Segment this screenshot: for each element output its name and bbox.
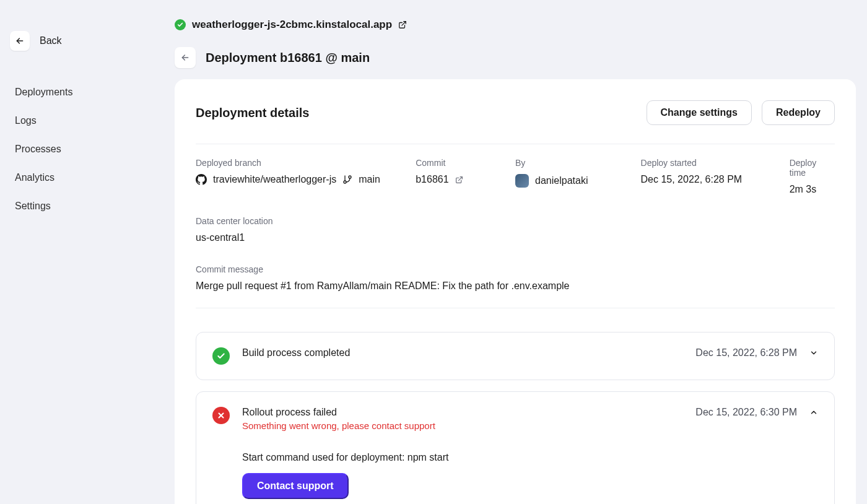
card-title: Deployment details (196, 106, 309, 120)
back-label: Back (40, 35, 62, 46)
chevron-up-icon (809, 408, 818, 417)
timeline-step-build[interactable]: Build process completed Dec 15, 2022, 6:… (196, 332, 835, 380)
arrow-left-icon (15, 36, 25, 46)
x-circle-icon (212, 407, 230, 424)
commit-message-label: Commit message (196, 264, 835, 274)
detail-by-label: By (515, 158, 628, 168)
detail-time-value: 2m 3s (790, 184, 835, 195)
repo-name: traviewhite/weatherlogger-js (213, 174, 336, 185)
detail-by: By danielpataki (515, 158, 628, 195)
detail-datacenter: Data center location us-central1 (196, 195, 835, 243)
external-link-icon (398, 20, 407, 29)
sidebar: Back Deployments Logs Processes Analytic… (0, 0, 175, 504)
details-card: Deployment details Change settings Redep… (175, 79, 856, 504)
git-branch-icon (342, 175, 352, 185)
check-circle-icon (212, 347, 230, 365)
commit-id: b16861 (416, 174, 448, 185)
page-title-row: Deployment b16861 @ main (175, 47, 856, 68)
app-url-link[interactable]: weatherlogger-js-2cbmc.kinstalocal.app (192, 19, 392, 31)
redeploy-button[interactable]: Redeploy (762, 100, 835, 125)
detail-commit: Commit b16861 (416, 158, 503, 195)
details-row: Deployed branch traviewhite/weatherlogge… (196, 144, 835, 195)
step-detail: Start command used for deployment: npm s… (242, 452, 818, 463)
branch-name: main (359, 174, 380, 185)
card-actions: Change settings Redeploy (647, 100, 835, 125)
timeline-step-rollout[interactable]: Rollout process failed Something went wr… (196, 391, 835, 504)
detail-commit-label: Commit (416, 158, 503, 168)
detail-branch-label: Deployed branch (196, 158, 403, 168)
svg-line-0 (402, 22, 406, 25)
detail-by-value: danielpataki (515, 174, 628, 188)
back-row: Back (10, 31, 160, 51)
sidebar-nav: Deployments Logs Processes Analytics Set… (10, 87, 160, 212)
detail-branch-value: traviewhite/weatherlogger-js main (196, 174, 403, 185)
detail-commit-value[interactable]: b16861 (416, 174, 503, 185)
external-link-icon (455, 176, 463, 184)
change-settings-button[interactable]: Change settings (647, 100, 752, 125)
page-title: Deployment b16861 @ main (206, 51, 370, 65)
step-subtitle: Something went wrong, please contact sup… (242, 420, 435, 431)
sidebar-item-analytics[interactable]: Analytics (15, 172, 160, 183)
arrow-left-icon (180, 53, 190, 63)
detail-datacenter-label: Data center location (196, 216, 835, 226)
detail-time-label: Deploy time (790, 158, 835, 178)
chevron-down-icon (809, 349, 818, 357)
main: weatherlogger-js-2cbmc.kinstalocal.app D… (175, 0, 867, 504)
detail-commit-message: Commit message Merge pull request #1 fro… (196, 243, 835, 308)
svg-line-4 (458, 176, 462, 180)
step-timestamp: Dec 15, 2022, 6:28 PM (695, 347, 797, 358)
sidebar-item-logs[interactable]: Logs (15, 115, 160, 126)
detail-branch: Deployed branch traviewhite/weatherlogge… (196, 158, 403, 195)
detail-started: Deploy started Dec 15, 2022, 6:28 PM (641, 158, 777, 195)
detail-started-value: Dec 15, 2022, 6:28 PM (641, 174, 777, 185)
sidebar-item-deployments[interactable]: Deployments (15, 87, 160, 98)
step-title: Rollout process failed (242, 407, 435, 418)
back-button[interactable] (10, 31, 30, 51)
detail-started-label: Deploy started (641, 158, 777, 168)
card-header: Deployment details Change settings Redep… (196, 100, 835, 144)
sidebar-item-settings[interactable]: Settings (15, 201, 160, 212)
step-title: Build process completed (242, 347, 350, 358)
avatar (515, 174, 529, 188)
step-timestamp: Dec 15, 2022, 6:30 PM (695, 407, 797, 418)
contact-support-button[interactable]: Contact support (242, 473, 349, 499)
sidebar-item-processes[interactable]: Processes (15, 144, 160, 155)
detail-datacenter-value: us-central1 (196, 232, 835, 243)
github-icon (196, 174, 207, 185)
page-back-button[interactable] (175, 47, 196, 68)
detail-time: Deploy time 2m 3s (790, 158, 835, 195)
timeline: Build process completed Dec 15, 2022, 6:… (196, 308, 835, 504)
commit-message-value: Merge pull request #1 from RamyAllam/mai… (196, 280, 835, 292)
user-name: danielpataki (535, 175, 588, 186)
status-success-icon (175, 19, 186, 30)
app-url-row: weatherlogger-js-2cbmc.kinstalocal.app (175, 19, 856, 31)
